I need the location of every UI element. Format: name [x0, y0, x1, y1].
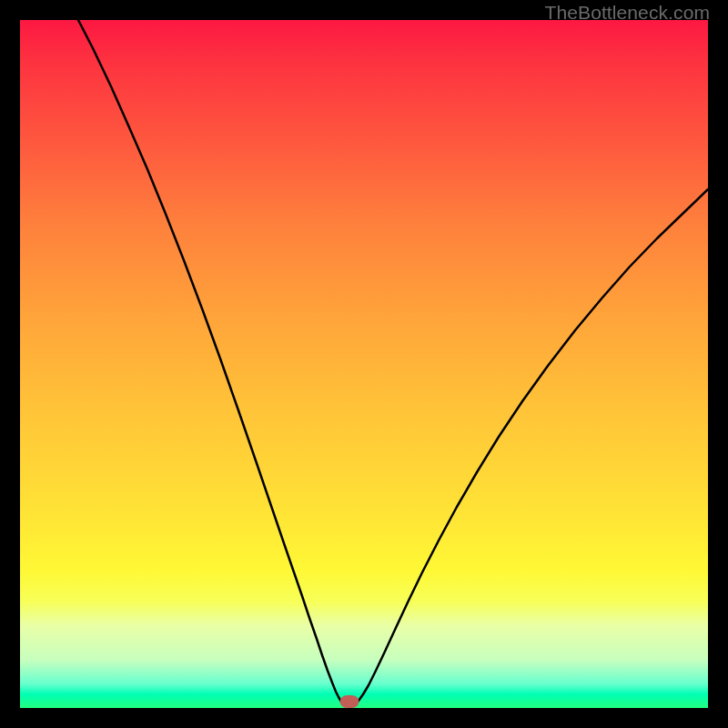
chart-frame	[20, 20, 708, 708]
bottleneck-curve	[20, 20, 708, 708]
plot-area	[20, 20, 708, 708]
minimum-marker	[340, 695, 359, 708]
